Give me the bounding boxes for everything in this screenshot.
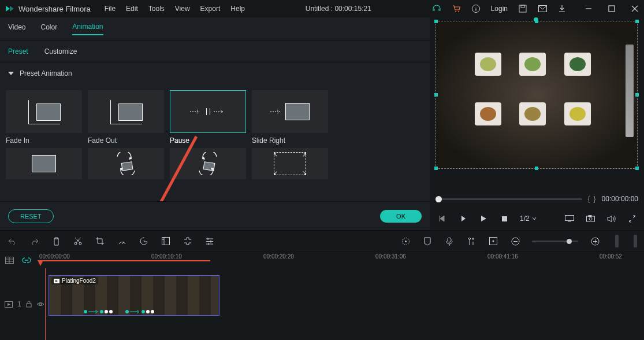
play-fast-icon[interactable] bbox=[457, 213, 468, 224]
timeline-toolbar bbox=[0, 230, 644, 252]
svg-rect-17 bbox=[162, 238, 170, 245]
cart-icon[interactable] bbox=[452, 4, 461, 13]
play-icon[interactable] bbox=[478, 213, 489, 224]
preset-fade-in[interactable]: Fade In bbox=[6, 90, 82, 145]
fullscreen-icon[interactable] bbox=[627, 213, 637, 224]
preset-row2-3[interactable] bbox=[170, 148, 246, 179]
svg-point-19 bbox=[405, 241, 407, 242]
svg-point-1 bbox=[458, 11, 459, 12]
lock-icon[interactable] bbox=[26, 301, 32, 308]
stop-icon[interactable] bbox=[499, 213, 509, 224]
voiceover-icon[interactable] bbox=[444, 236, 455, 246]
svg-rect-3 bbox=[519, 5, 526, 12]
clip-keyframes bbox=[84, 310, 154, 313]
mail-icon[interactable] bbox=[538, 4, 547, 13]
playhead-line[interactable] bbox=[45, 268, 46, 340]
preset-slide-right[interactable]: Slide Right bbox=[252, 90, 328, 145]
zoom-out-icon[interactable] bbox=[510, 236, 520, 246]
svg-point-0 bbox=[455, 11, 456, 12]
timeline-menu-icon[interactable] bbox=[5, 256, 14, 265]
panel-divider-2[interactable] bbox=[634, 235, 637, 247]
svg-rect-27 bbox=[27, 304, 31, 307]
menu-edit[interactable]: Edit bbox=[126, 5, 138, 13]
menu-tools[interactable]: Tools bbox=[148, 5, 165, 13]
save-icon[interactable] bbox=[518, 4, 527, 13]
subtab-customize[interactable]: Customize bbox=[44, 47, 77, 56]
support-icon[interactable] bbox=[432, 4, 441, 13]
visibility-icon[interactable] bbox=[36, 301, 44, 307]
redo-icon[interactable] bbox=[29, 236, 39, 246]
volume-icon[interactable] bbox=[606, 213, 616, 224]
title-bar: Wondershare Filmora File Edit Tools View… bbox=[0, 0, 644, 17]
keyframe-icon[interactable] bbox=[488, 236, 498, 246]
timeline-clip[interactable]: PlatingFood2 bbox=[49, 275, 219, 316]
clip-name: PlatingFood2 bbox=[62, 278, 96, 284]
prev-frame-icon[interactable] bbox=[437, 213, 447, 224]
preset-row2-2[interactable] bbox=[88, 148, 164, 179]
section-title: Preset Animation bbox=[20, 69, 72, 77]
svg-point-15 bbox=[75, 242, 77, 245]
minimize-icon[interactable] bbox=[584, 4, 593, 13]
tracks-area[interactable]: PlatingFood2 bbox=[45, 268, 644, 340]
undo-icon[interactable] bbox=[7, 236, 17, 246]
adjust-icon[interactable] bbox=[204, 236, 215, 246]
maximize-icon[interactable] bbox=[607, 4, 616, 13]
preset-row2-4[interactable]: ↖ ↗ ↙ ↘ bbox=[252, 148, 328, 179]
color-icon[interactable] bbox=[139, 236, 149, 246]
zoom-in-icon[interactable] bbox=[590, 236, 600, 246]
presets-area: Fade In Fade Out Pause bbox=[0, 84, 430, 201]
subtab-preset[interactable]: Preset bbox=[8, 47, 28, 56]
svg-point-22 bbox=[493, 241, 494, 242]
section-preset-animation[interactable]: Preset Animation bbox=[0, 62, 430, 84]
timeline-ruler[interactable]: 00:00:00:00 00:00:10:10 00:00:20:20 00:0… bbox=[39, 252, 639, 268]
menu-file[interactable]: File bbox=[105, 5, 116, 13]
delete-icon[interactable] bbox=[51, 236, 61, 246]
caret-down-icon bbox=[8, 72, 14, 75]
menu-view[interactable]: View bbox=[175, 5, 190, 13]
keyframe-tool-icon[interactable] bbox=[183, 236, 193, 246]
scrub-row: {} 00:00:00:00 bbox=[430, 191, 644, 207]
crop-icon[interactable] bbox=[95, 236, 105, 246]
info-icon[interactable] bbox=[471, 4, 481, 13]
current-time: 00:00:00:00 bbox=[602, 195, 638, 203]
greenscreen-icon[interactable] bbox=[161, 236, 171, 246]
close-icon[interactable] bbox=[630, 4, 639, 13]
snapshot-icon[interactable] bbox=[585, 213, 595, 224]
render-icon[interactable] bbox=[400, 236, 411, 246]
scrub-slider[interactable] bbox=[435, 198, 582, 200]
speed-icon[interactable] bbox=[117, 236, 127, 246]
link-icon[interactable] bbox=[22, 256, 31, 265]
download-icon[interactable] bbox=[557, 4, 567, 13]
svg-rect-12 bbox=[586, 216, 594, 221]
svg-rect-7 bbox=[121, 162, 133, 171]
svg-rect-10 bbox=[502, 216, 507, 221]
menu-help[interactable]: Help bbox=[230, 5, 245, 13]
preview-canvas[interactable] bbox=[435, 21, 638, 169]
track-number: 1 bbox=[17, 300, 21, 308]
zoom-slider[interactable] bbox=[532, 241, 578, 242]
svg-point-13 bbox=[589, 217, 592, 220]
tab-video[interactable]: Video bbox=[8, 23, 25, 35]
login-button[interactable]: Login bbox=[491, 5, 508, 13]
timeline-body: 1 PlatingFood2 bbox=[0, 268, 644, 340]
panel-divider[interactable] bbox=[615, 235, 619, 247]
track-video-icon[interactable] bbox=[5, 301, 13, 308]
display-icon[interactable] bbox=[564, 213, 575, 224]
reset-button[interactable]: RESET bbox=[8, 209, 54, 223]
menu-export[interactable]: Export bbox=[200, 5, 221, 13]
audio-mixer-icon[interactable] bbox=[466, 236, 477, 246]
playback-speed[interactable]: 1/2 bbox=[520, 215, 537, 223]
transport-controls: 1/2 bbox=[430, 207, 644, 230]
tab-animation[interactable]: Animation bbox=[72, 23, 103, 35]
preset-pause[interactable]: Pause bbox=[170, 90, 246, 145]
ok-button[interactable]: OK bbox=[380, 210, 422, 223]
preset-row2-1[interactable] bbox=[6, 148, 82, 179]
preset-fade-out[interactable]: Fade Out bbox=[88, 90, 164, 145]
preview-panel: {} 00:00:00:00 1/2 bbox=[430, 17, 644, 230]
preview-area bbox=[430, 17, 644, 191]
svg-point-16 bbox=[79, 242, 81, 245]
split-icon[interactable] bbox=[73, 236, 83, 246]
mark-in-out-icon[interactable]: {} bbox=[588, 195, 596, 203]
tab-color[interactable]: Color bbox=[40, 23, 57, 35]
marker-icon[interactable] bbox=[422, 236, 433, 246]
